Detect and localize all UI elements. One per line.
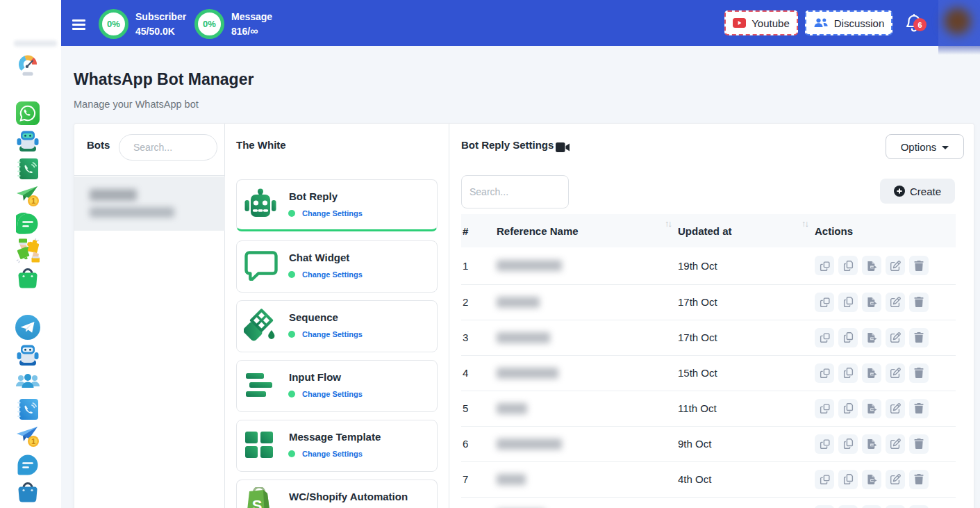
svg-text:S: S — [252, 497, 263, 508]
svg-text:1: 1 — [31, 197, 35, 205]
svg-text:1: 1 — [31, 437, 35, 445]
